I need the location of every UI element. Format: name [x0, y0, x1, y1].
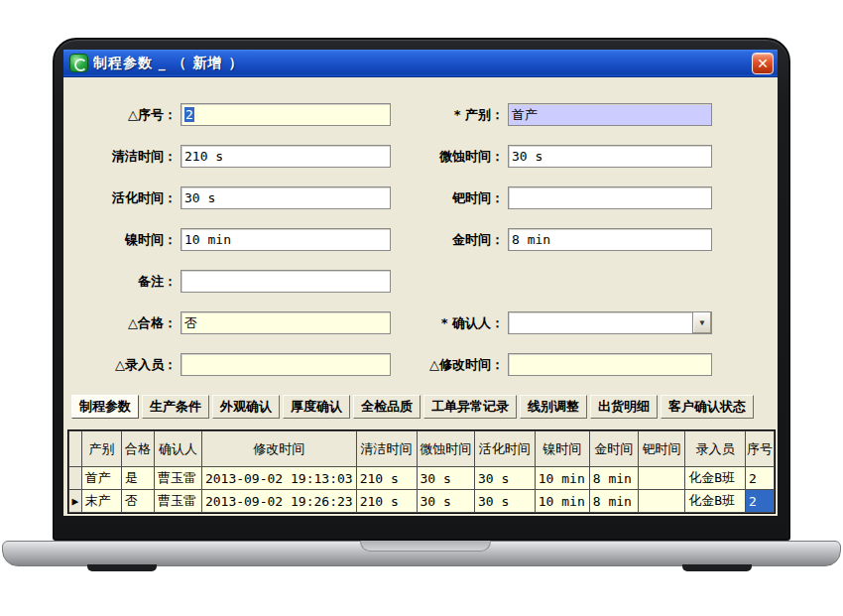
cell[interactable]: 曹玉雷 — [154, 467, 201, 490]
table-row[interactable]: 首产 是 曹玉雷 2013-09-02 19:13:03 210 s 30 s … — [69, 467, 775, 490]
hege-input[interactable]: 否 — [181, 311, 391, 334]
col-qingjieshijian[interactable]: 清洁时间 — [356, 431, 417, 467]
beizhu-label: 备注： — [69, 273, 181, 291]
tab-houduqueren[interactable]: 厚度确认 — [283, 395, 350, 419]
cell[interactable]: 末产 — [81, 490, 121, 513]
luruyuan-input[interactable] — [181, 353, 391, 376]
cell[interactable]: 30 s — [417, 467, 474, 490]
cell[interactable]: 首产 — [81, 467, 121, 490]
xuhao-input[interactable]: 2 — [181, 103, 391, 126]
tab-chuhuomingxi[interactable]: 出货明细 — [590, 395, 658, 419]
nie-label: 镍时间： — [69, 231, 181, 249]
col-chanbie[interactable]: 产别 — [81, 431, 121, 467]
qingjie-input[interactable]: 210 s — [181, 145, 391, 168]
form-row: △录入员： △修改时间： — [69, 353, 778, 376]
cell[interactable]: 2013-09-02 19:13:03 — [201, 467, 356, 490]
cell[interactable]: 是 — [122, 467, 155, 490]
cell[interactable]: 30 s — [474, 467, 535, 490]
querenren-select[interactable]: ▼ — [508, 311, 712, 334]
tab-gongdanyichangjilu[interactable]: 工单异常记录 — [423, 395, 517, 419]
row-selector[interactable] — [69, 467, 82, 490]
qingjie-label: 清洁时间： — [69, 148, 181, 166]
hege-label: △合格： — [69, 314, 181, 332]
form-row: 活化时间： 30 s 钯时间： — [69, 186, 778, 209]
cell[interactable]: 10 min — [535, 490, 589, 513]
tab-waiguanqueren[interactable]: 外观确认 — [212, 395, 280, 419]
chevron-down-icon[interactable]: ▼ — [692, 312, 711, 333]
xuhao-label: △序号： — [69, 106, 181, 124]
tab-zhichengcanshu[interactable]: 制程参数 — [71, 395, 139, 419]
row-selector-header — [69, 431, 82, 467]
ba-input[interactable] — [508, 186, 712, 209]
selected-text: 2 — [184, 107, 194, 122]
cell[interactable]: 210 s — [356, 467, 417, 490]
window-title: 制程参数 _ （ 新增 ） — [93, 55, 752, 72]
cell[interactable]: 30 s — [474, 490, 535, 513]
col-huohuashijian[interactable]: 活化时间 — [474, 431, 535, 467]
querenren-label: * 确认人： — [391, 314, 508, 332]
huohua-input[interactable]: 30 s — [181, 186, 391, 209]
tab-shengchantiaojian[interactable]: 生产条件 — [142, 395, 209, 419]
col-xuhao[interactable]: 序号 — [745, 431, 774, 467]
current-row-marker[interactable]: ▶ — [69, 490, 82, 513]
form-area: △序号： 2 * 产别： 首产 清洁时间： 210 s 微蚀时间： 30 s 活… — [63, 77, 778, 516]
col-jinshijian[interactable]: 金时间 — [589, 431, 638, 467]
col-hege[interactable]: 合格 — [122, 431, 155, 467]
cell[interactable] — [638, 490, 684, 513]
data-grid: 产别 合格 确认人 修改时间 清洁时间 微蚀时间 活化时间 镍时间 金时间 钯时… — [67, 430, 776, 514]
laptop-foot — [682, 564, 752, 571]
huohua-label: 活化时间： — [69, 189, 181, 207]
laptop-lid: 制程参数 _ （ 新增 ） ✕ △序号： 2 * 产别： 首产 清洁时间： 21… — [53, 38, 790, 541]
col-bashijian[interactable]: 钯时间 — [638, 431, 684, 467]
cell[interactable]: 10 min — [535, 467, 589, 490]
laptop-latch-notch — [360, 541, 491, 552]
form-row: 镍时间： 10 min 金时间： 8 min — [69, 228, 778, 251]
xiugaishijian-input[interactable] — [508, 353, 712, 376]
cell[interactable]: 30 s — [417, 490, 474, 513]
weishi-label: 微蚀时间： — [391, 148, 508, 166]
cell[interactable]: 8 min — [589, 467, 638, 490]
form-row: 备注： — [69, 270, 778, 293]
tab-kehuquerenzhuangtai[interactable]: 客户确认状态 — [661, 395, 754, 419]
jin-input[interactable]: 8 min — [508, 228, 712, 251]
chanbie-label: * 产别： — [391, 106, 508, 124]
laptop-base — [2, 541, 841, 566]
col-luruyuan[interactable]: 录入员 — [685, 431, 746, 467]
form-row: △合格： 否 * 确认人： ▼ — [69, 311, 778, 334]
weishi-input[interactable]: 30 s — [508, 145, 712, 168]
cell[interactable]: 否 — [122, 490, 155, 513]
tab-xianbietiaozheng[interactable]: 线别调整 — [520, 395, 587, 419]
app-window: 制程参数 _ （ 新增 ） ✕ △序号： 2 * 产别： 首产 清洁时间： 21… — [63, 50, 778, 516]
cell[interactable]: 化金B班 — [685, 490, 746, 513]
luruyuan-label: △录入员： — [69, 356, 181, 374]
cell[interactable]: 化金B班 — [685, 467, 746, 490]
table-row[interactable]: ▶ 末产 否 曹玉雷 2013-09-02 19:26:23 210 s 30 … — [69, 490, 775, 513]
cell[interactable]: 210 s — [356, 490, 417, 513]
beizhu-input[interactable] — [181, 270, 391, 293]
nie-input[interactable]: 10 min — [181, 228, 391, 251]
chanbie-input[interactable]: 首产 — [508, 103, 712, 126]
tab-quanjianpinzhi[interactable]: 全检品质 — [353, 395, 421, 419]
laptop-mockup: 制程参数 _ （ 新增 ） ✕ △序号： 2 * 产别： 首产 清洁时间： 21… — [0, 0, 843, 616]
tab-strip: 制程参数 生产条件 外观确认 厚度确认 全检品质 工单异常记录 线别调整 出货明… — [71, 395, 778, 419]
form-row: 清洁时间： 210 s 微蚀时间： 30 s — [69, 145, 778, 168]
cell[interactable]: 2013-09-02 19:26:23 — [201, 490, 356, 513]
laptop-screen: 制程参数 _ （ 新增 ） ✕ △序号： 2 * 产别： 首产 清洁时间： 21… — [63, 50, 778, 516]
col-nieshijian[interactable]: 镍时间 — [535, 431, 589, 467]
laptop-foot — [87, 564, 157, 571]
col-weishishijian[interactable]: 微蚀时间 — [417, 431, 474, 467]
col-xiugaishijian[interactable]: 修改时间 — [201, 431, 356, 467]
selected-cell[interactable]: 2 — [745, 490, 774, 513]
form-row: △序号： 2 * 产别： 首产 — [69, 103, 778, 126]
xiugaishijian-label: △修改时间： — [391, 356, 508, 374]
cell[interactable]: 8 min — [589, 490, 638, 513]
cell[interactable]: 曹玉雷 — [154, 490, 201, 513]
grid-header-row: 产别 合格 确认人 修改时间 清洁时间 微蚀时间 活化时间 镍时间 金时间 钯时… — [69, 431, 775, 467]
jin-label: 金时间： — [391, 231, 508, 249]
cell[interactable]: 2 — [745, 467, 774, 490]
title-bar[interactable]: 制程参数 _ （ 新增 ） ✕ — [63, 50, 778, 77]
close-icon[interactable]: ✕ — [752, 53, 774, 74]
col-querenren[interactable]: 确认人 — [154, 431, 201, 467]
app-icon — [69, 54, 88, 72]
cell[interactable] — [638, 467, 684, 490]
